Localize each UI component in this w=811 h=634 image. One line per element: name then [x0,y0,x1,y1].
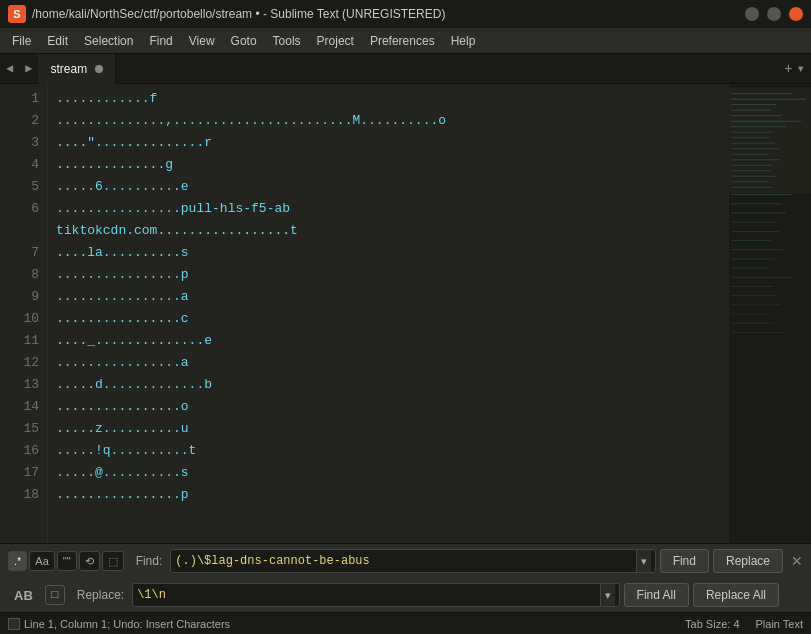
svg-rect-35 [731,332,786,333]
close-button[interactable] [789,7,803,21]
wrap-icon[interactable]: □ [45,585,65,605]
line-num-12: 12 [16,352,39,374]
line-num-6: 6 [16,198,39,220]
svg-rect-27 [731,258,775,259]
code-line-1: ............f [56,88,725,110]
case-sensitive-button[interactable]: Aa [29,551,54,571]
svg-rect-22 [731,213,786,214]
maximize-button[interactable] [767,7,781,21]
tab-bar-right: + ▾ [784,60,811,77]
svg-rect-30 [731,286,773,287]
ab-label: AB [8,588,39,603]
editor-content: 1 2 3 4 5 6 7 8 9 10 11 12 13 14 15 16 1… [0,84,729,543]
line-num-17: 17 [16,462,39,484]
line-num-5: 5 [16,176,39,198]
find-button[interactable]: Find [660,549,709,573]
svg-rect-26 [731,249,783,250]
find-input[interactable] [175,554,635,568]
code-line-11: ...._..............e [56,330,725,352]
line-num-9: 9 [16,286,39,308]
svg-rect-25 [731,240,771,241]
gutter [0,84,12,543]
status-position: Line 1, Column 1; Undo: Insert Character… [24,618,230,630]
svg-rect-23 [731,222,776,223]
code-line-6: ................pull-hls-f5-ab [56,198,725,220]
line-num-2: 2 [16,110,39,132]
menu-view[interactable]: View [181,32,223,50]
code-line-15: .....z..........u [56,418,725,440]
find-history-button[interactable]: ▾ [636,550,651,572]
status-bar: Line 1, Column 1; Undo: Insert Character… [0,612,811,634]
tab-arrow-left[interactable]: ◀ [0,61,19,76]
menu-goto[interactable]: Goto [223,32,265,50]
svg-rect-19 [729,88,811,194]
status-syntax[interactable]: Plain Text [756,618,804,630]
status-checkbox[interactable] [8,618,20,630]
find-row: .* Aa "" ⟲ ⬚ Find: ▾ Find Replace ✕ [0,544,811,578]
menu-help[interactable]: Help [443,32,484,50]
tab-stream[interactable]: stream [38,54,116,84]
line-num-8: 8 [16,264,39,286]
menu-find[interactable]: Find [141,32,180,50]
wrap-button[interactable]: ⟲ [79,551,100,571]
code-line-4: ..............g [56,154,725,176]
menu-tools[interactable]: Tools [265,32,309,50]
code-line-14: ................o [56,396,725,418]
svg-rect-21 [731,203,781,204]
menu-project[interactable]: Project [309,32,362,50]
editor[interactable]: 1 2 3 4 5 6 7 8 9 10 11 12 13 14 15 16 1… [0,84,729,543]
replace-row: AB □ Replace: ▾ Find All Replace All [0,578,811,612]
replace-button[interactable]: Replace [713,549,783,573]
svg-rect-29 [731,277,791,278]
code-line-6b: tiktokcdn.com.................t [56,220,725,242]
code-line-13: .....d.............b [56,374,725,396]
replace-history-button[interactable]: ▾ [600,584,615,606]
main-area: 1 2 3 4 5 6 7 8 9 10 11 12 13 14 15 16 1… [0,84,811,543]
find-input-wrap: ▾ [170,549,655,573]
minimap[interactable] [729,84,811,543]
in-selection-button[interactable]: ⬚ [102,551,124,571]
line-num-15: 15 [16,418,39,440]
svg-rect-28 [731,268,769,269]
menu-file[interactable]: File [4,32,39,50]
menu-edit[interactable]: Edit [39,32,76,50]
whole-word-button[interactable]: "" [57,551,77,571]
svg-rect-24 [731,231,779,232]
svg-rect-32 [731,304,781,305]
tab-label: stream [50,62,87,76]
minimize-button[interactable] [745,7,759,21]
find-bar: .* Aa "" ⟲ ⬚ Find: ▾ Find Replace ✕ AB □… [0,543,811,612]
new-tab-button[interactable]: + [784,61,792,77]
regex-button[interactable]: .* [8,551,27,571]
line-num-4: 4 [16,154,39,176]
line-num-16: 16 [16,440,39,462]
code-line-16: .....!q..........t [56,440,725,462]
find-close-button[interactable]: ✕ [787,553,807,569]
line-numbers: 1 2 3 4 5 6 7 8 9 10 11 12 13 14 15 16 1… [12,84,48,543]
tab-dropdown-button[interactable]: ▾ [797,60,805,77]
find-all-button[interactable]: Find All [624,583,689,607]
replace-input[interactable] [137,588,599,602]
line-num-10: 10 [16,308,39,330]
replace-all-button[interactable]: Replace All [693,583,779,607]
tab-bar: ◀ ▶ stream + ▾ [0,54,811,84]
menu-selection[interactable]: Selection [76,32,141,50]
status-tab-size[interactable]: Tab Size: 4 [685,618,739,630]
line-num-7: 7 [16,242,39,264]
status-left: Line 1, Column 1; Undo: Insert Character… [8,618,230,630]
window-title: /home/kali/NorthSec/ctf/portobello/strea… [32,7,445,21]
menu-preferences[interactable]: Preferences [362,32,443,50]
code-line-10: ................c [56,308,725,330]
svg-rect-20 [731,194,791,195]
code-line-17: .....@..........s [56,462,725,484]
code-line-12: ................a [56,352,725,374]
svg-rect-33 [731,314,769,315]
code-line-2: ..............,.......................M.… [56,110,725,132]
status-right: Tab Size: 4 Plain Text [685,618,803,630]
replace-input-wrap: ▾ [132,583,619,607]
tab-arrow-right[interactable]: ▶ [19,61,38,76]
app-logo: S [8,5,26,23]
line-num-14: 14 [16,396,39,418]
code-area[interactable]: ............f ..............,...........… [48,84,729,543]
find-options: .* Aa "" ⟲ ⬚ [4,551,128,571]
